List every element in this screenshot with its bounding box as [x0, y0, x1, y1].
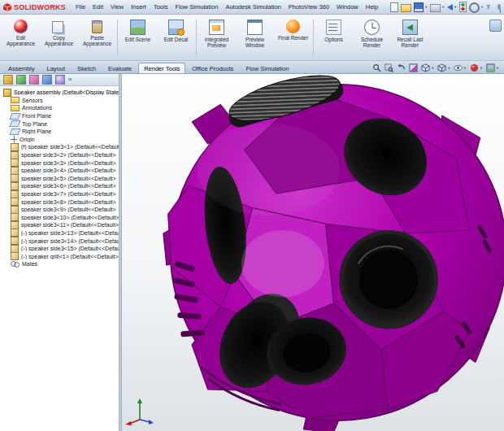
tree-item-sensors[interactable]: Sensors	[2, 97, 119, 105]
tree-item-speaker-side3-9[interactable]: speaker side3<9> (Default<<Default>_	[2, 206, 119, 214]
tree-item-label: speaker side3<6> (Default<<Default>_	[21, 183, 119, 189]
tab-sketch[interactable]: Sketch	[72, 63, 102, 73]
tree-item-speaker-side3-15[interactable]: (-) speaker side3<15> (Default<<Defaul	[2, 245, 119, 253]
caret-down-icon: ▼	[463, 67, 467, 70]
tree-item-speaker-side3-7[interactable]: speaker side3<7> (Default<<Default>_	[2, 190, 119, 198]
tab-office-products[interactable]: Office Products	[186, 63, 239, 73]
copy-appearance-button[interactable]: Copy Appearance	[40, 16, 78, 59]
tree-item-label: speaker side3<3> (Default<<Default>_	[21, 160, 119, 166]
display-style-button[interactable]: ▼	[437, 63, 450, 72]
tab-evaluate[interactable]: Evaluate	[102, 63, 137, 73]
menu-file[interactable]: File	[72, 2, 89, 12]
tree-item-annotations[interactable]: Annotations	[2, 104, 119, 112]
final-render-button[interactable]: Final Render	[274, 16, 312, 59]
panel-tabs-overflow-button[interactable]: »	[68, 76, 72, 84]
help-button[interactable]: ?	[486, 3, 490, 11]
menu-window[interactable]: Window	[333, 2, 362, 12]
options-button[interactable]: ▼	[469, 2, 484, 13]
hide-show-items-button[interactable]: ▼	[454, 63, 467, 72]
tab-layout[interactable]: Layout	[41, 63, 72, 73]
menu-flow-simulation[interactable]: Flow Simulation	[172, 2, 221, 12]
schedule-render-icon	[364, 20, 380, 35]
displaymanager-tab-icon[interactable]	[55, 75, 65, 85]
tree-item-top-plane[interactable]: Top Plane	[2, 120, 119, 128]
graphics-area[interactable]	[122, 74, 504, 431]
tree-item-speaker-side3-1[interactable]: (f) speaker side3<1> (Default<<Default>_	[2, 143, 119, 151]
zoom-to-fit-button[interactable]	[372, 63, 381, 72]
schedule-render-button[interactable]: Schedule Render	[353, 16, 391, 59]
tree-item-speaker-side3-13[interactable]: (-) speaker side3<13> (Default<<Defaul	[2, 229, 119, 237]
speaker-model-render[interactable]	[122, 74, 504, 431]
menu-autodesk-simulation[interactable]: Autodesk Simulation	[222, 2, 284, 12]
part-icon	[11, 143, 19, 151]
print-button[interactable]: ▼	[430, 2, 445, 12]
paste-appearance-button[interactable]: Paste Appearance	[78, 16, 116, 59]
menu-view[interactable]: View	[107, 2, 127, 12]
tree-item-speaker-side3-2[interactable]: speaker side3<2> (Default<<Default>_	[2, 151, 119, 159]
zoom-to-area-button[interactable]	[385, 63, 393, 72]
scene-icon	[486, 63, 495, 72]
apply-scene-button[interactable]: ▼	[486, 63, 499, 72]
tree-item-speaker-side3-4[interactable]: speaker side3<4> (Default<<Default>_	[2, 167, 119, 175]
caret-down-icon: ▼	[424, 6, 428, 9]
undo-button[interactable]: ▼	[447, 3, 457, 11]
section-view-button[interactable]	[409, 63, 418, 72]
tree-item-speaker-grill-1[interactable]: (-) speaker grill<1> (Default<<Default>_	[2, 252, 119, 260]
tree-item-right-plane[interactable]: Right Plane	[2, 128, 119, 136]
part-icon	[11, 221, 19, 229]
edit-appearance-button[interactable]: Edit Appearance	[2, 16, 40, 59]
task-pane-button[interactable]	[489, 20, 502, 32]
open-folder-icon	[401, 4, 411, 12]
preview-window-icon	[247, 20, 263, 35]
tree-item-speaker-side3-14[interactable]: (-) speaker side3<14> (Default<<Defaul	[2, 237, 119, 245]
part-icon	[11, 167, 19, 175]
tree-item-speaker-side3-5[interactable]: speaker side3<5> (Default<<Default>_	[2, 175, 119, 183]
tree-item-assembly-root[interactable]: Speaker assembly (Default<Display State-	[2, 89, 119, 97]
folder-icon	[11, 105, 20, 111]
save-button[interactable]: ▼	[414, 2, 428, 12]
tree-item-speaker-side3-8[interactable]: speaker side3<8> (Default<<Default>_	[2, 198, 119, 206]
open-button[interactable]	[401, 2, 411, 12]
new-document-button[interactable]	[390, 2, 398, 12]
caret-down-icon: ▼	[480, 6, 484, 9]
configurationmanager-tab-icon[interactable]	[29, 75, 39, 85]
menu-photoview-360[interactable]: PhotoView 360	[285, 2, 332, 12]
menu-insert[interactable]: Insert	[128, 2, 150, 12]
tree-item-label: Top Plane	[22, 121, 47, 127]
tab-flow-simulation[interactable]: Flow Simulation	[240, 63, 294, 73]
edit-scene-button[interactable]: Edit Scene	[119, 16, 157, 59]
titlebar: SOLIDWORKS File Edit View Insert Tools F…	[0, 0, 504, 15]
propertymanager-tab-icon[interactable]	[16, 75, 26, 85]
edit-decal-button[interactable]: Edit Decal	[157, 16, 195, 59]
ribbon-button-label: Edit Decal	[159, 37, 194, 42]
menu-tools[interactable]: Tools	[150, 2, 172, 12]
rebuild-button[interactable]	[459, 2, 467, 12]
recall-last-render-button[interactable]: Recall Last Render	[391, 16, 429, 59]
view-orientation-button[interactable]: ▼	[421, 63, 434, 72]
tree-item-origin[interactable]: Origin	[2, 136, 119, 144]
preview-window-button[interactable]: Preview Window	[236, 16, 274, 59]
caret-down-icon: ▼	[431, 67, 434, 70]
render-options-button[interactable]: Options	[315, 16, 353, 59]
previous-view-button[interactable]	[397, 63, 406, 72]
featuremanager-tab-icon[interactable]	[3, 75, 13, 85]
dimxpertmanager-tab-icon[interactable]	[42, 75, 52, 85]
menu-edit[interactable]: Edit	[89, 2, 106, 12]
menu-help[interactable]: Help	[363, 2, 381, 12]
tree-item-speaker-side3-10[interactable]: speaker side3<10> (Default<<Default>_	[2, 214, 119, 222]
tab-render-tools[interactable]: Render Tools	[138, 63, 185, 73]
tree-item-speaker-side3-11[interactable]: speaker side3<11> (Default<<Default>_	[2, 221, 119, 229]
tree-item-speaker-side3-3[interactable]: speaker side3<3> (Default<<Default>_	[2, 159, 119, 167]
tree-item-label: speaker side3<7> (Default<<Default>_	[21, 191, 119, 197]
tab-assembly[interactable]: Assembly	[2, 63, 41, 73]
tree-item-front-plane[interactable]: Front Plane	[2, 112, 119, 120]
tree-item-label: speaker side3<2> (Default<<Default>_	[21, 152, 119, 158]
ribbon-render-tools: Edit Appearance Copy Appearance Paste Ap…	[0, 15, 504, 61]
edit-appearance-headsup-button[interactable]: ▼	[470, 63, 483, 72]
solidworks-window: SOLIDWORKS File Edit View Insert Tools F…	[0, 0, 504, 431]
tree-item-speaker-side3-6[interactable]: speaker side3<6> (Default<<Default>_	[2, 182, 119, 190]
eye-icon	[454, 63, 463, 72]
integrated-preview-button[interactable]: Integrated Preview	[198, 16, 236, 59]
pushpin-icon[interactable]	[497, 4, 501, 10]
tree-item-mates[interactable]: Mates	[2, 260, 119, 268]
